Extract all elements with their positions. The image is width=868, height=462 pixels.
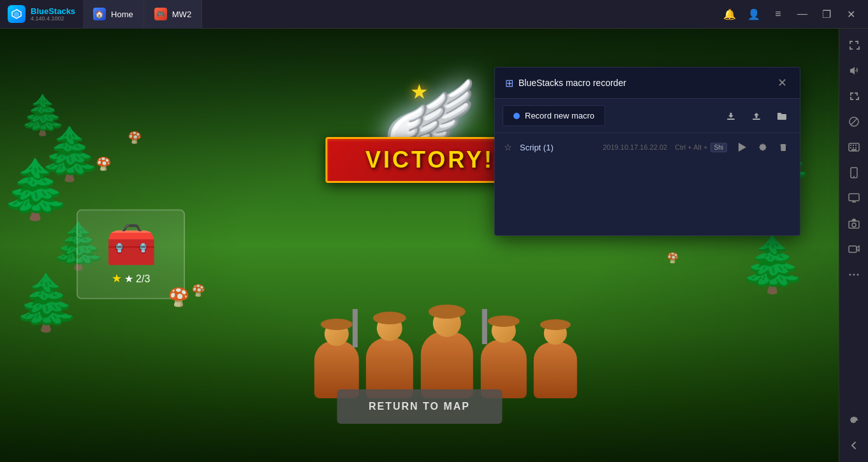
svg-point-23 [857,274,858,276]
main-area: 🌲 🌲 🌲 🌲 🌲 🌲 🌲 🌲 🌲 🍄 🍄 🍄 🍄 🍄 ★ 🧰 ★ ★ 2/3 … [0,29,868,462]
record-button-label: Record new macro [525,111,594,120]
svg-point-22 [853,274,855,276]
macro-close-button[interactable]: ✕ [774,75,790,90]
script-shortcut: Ctrl + Alt + Shi [675,143,727,152]
title-bar-left: BlueStacks 4.140.4.1002 🏠 Home 🎮 MW2 [0,0,712,29]
export-button[interactable] [746,106,767,126]
right-sidebar [839,29,868,462]
sidebar-volume-button[interactable] [842,59,865,82]
svg-point-16 [853,176,855,177]
creature-decoration: 🍄 [168,287,190,308]
mushroom-2: 🍄 [128,131,142,145]
macro-scripts-list: ☆ Script (1) 2019.10.17.16.22.02 Ctrl + … [495,133,800,235]
macro-panel-header: ⊞ BlueStacks macro recorder ✕ [495,68,800,99]
macro-toolbar-right [721,106,792,126]
bluestacks-logo: BlueStacks 4.140.4.1002 [0,5,83,23]
sidebar-more-button[interactable] [842,263,865,286]
svg-rect-3 [753,119,760,120]
chest-panel: 🧰 ★ ★ 2/3 🍄 [77,210,185,300]
svg-line-5 [851,119,857,125]
logo-text: BlueStacks 4.140.4.1002 [31,7,75,22]
script-favorite-star[interactable]: ☆ [504,142,512,152]
svg-rect-8 [853,145,854,146]
sidebar-tv-button[interactable] [842,187,865,210]
import-button[interactable] [721,106,741,126]
sidebar-expand-button[interactable] [842,34,865,57]
game-area: 🌲 🌲 🌲 🌲 🌲 🌲 🌲 🌲 🌲 🍄 🍄 🍄 🍄 🍄 ★ 🧰 ★ ★ 2/3 … [0,29,839,462]
tab-home[interactable]: 🏠 Home [83,0,144,29]
script-date: 2019.10.17.16.22.02 [603,143,667,151]
script-play-button[interactable] [735,140,750,155]
warrior-1 [313,322,360,398]
sidebar-settings-button[interactable] [842,408,865,431]
macro-panel-title: BlueStacks macro recorder [519,78,626,88]
svg-rect-12 [853,147,854,148]
svg-rect-14 [851,149,857,150]
record-dot-icon [513,113,520,119]
svg-rect-20 [849,246,857,252]
chest-icon: 🧰 [91,224,171,265]
svg-rect-7 [850,145,851,146]
script-actions [735,140,791,155]
tree-left-3: 🌲 [0,156,71,223]
home-tab-label: Home [111,10,133,19]
shortcut-key: Shi [710,143,727,152]
svg-point-19 [852,223,856,227]
tree-right-4: 🌲 [739,233,807,296]
svg-rect-11 [850,147,851,148]
script-name: Script (1) [520,143,595,152]
minimize-button[interactable]: — [793,4,812,24]
shortcut-modifier: Ctrl + Alt + [675,143,707,151]
home-tab-icon: 🏠 [93,8,106,20]
app-name: BlueStacks [31,7,75,15]
notification-button[interactable]: 🔔 [720,4,739,24]
warrior-5 [531,322,579,398]
menu-button[interactable]: ≡ [769,4,788,24]
mushroom-5: 🍄 [191,284,205,298]
svg-rect-13 [855,147,857,148]
app-logo-icon [8,5,26,23]
macro-toolbar: Record new macro [495,99,800,133]
macro-header-left: ⊞ BlueStacks macro recorder [505,77,626,89]
record-new-macro-button[interactable]: Record new macro [503,105,605,126]
sidebar-keyboard-button[interactable] [842,136,865,159]
script-settings-button[interactable] [755,140,770,155]
svg-rect-2 [727,119,735,120]
svg-rect-9 [855,145,857,146]
mw2-tab-label: MW2 [172,10,191,19]
warrior-4 [478,319,528,398]
tab-mw2[interactable]: 🎮 MW2 [144,0,202,29]
svg-rect-17 [849,194,859,201]
mushroom-1: 🍄 [96,156,112,171]
close-button[interactable]: ✕ [841,4,860,24]
warrior-2 [364,315,415,398]
restore-button[interactable]: ❐ [817,4,836,24]
mushroom-4: 🍄 [666,252,679,264]
tree-left-5: 🌲 [13,271,80,335]
mw2-tab-icon: 🎮 [154,8,167,20]
sidebar-record-button[interactable] [842,238,865,261]
macro-recorder-panel: ⊞ BlueStacks macro recorder ✕ Record new… [494,67,800,236]
script-row-1: ☆ Script (1) 2019.10.17.16.22.02 Ctrl + … [495,133,800,162]
title-bar-right: 🔔 👤 ≡ — ❐ ✕ [712,4,868,24]
profile-button[interactable]: 👤 [744,4,763,24]
svg-point-21 [849,274,851,276]
svg-marker-1 [14,11,19,18]
sidebar-phone-button[interactable] [842,161,865,184]
sidebar-fullscreen-button[interactable] [842,85,865,108]
sidebar-camera-button[interactable] [842,212,865,235]
chest-stars: ★ ★ 2/3 [91,271,171,285]
folder-button[interactable] [772,106,792,126]
warrior-3 [418,309,475,398]
script-delete-button[interactable] [776,140,791,155]
warriors-group [313,309,579,398]
sidebar-back-button[interactable] [842,434,865,457]
macro-header-icon: ⊞ [505,77,513,89]
return-to-map-button[interactable]: RETURN TO MAP [337,389,502,424]
title-bar: BlueStacks 4.140.4.1002 🏠 Home 🎮 MW2 🔔 👤… [0,0,868,29]
sidebar-slash-button[interactable] [842,110,865,133]
app-version: 4.140.4.1002 [31,15,75,22]
